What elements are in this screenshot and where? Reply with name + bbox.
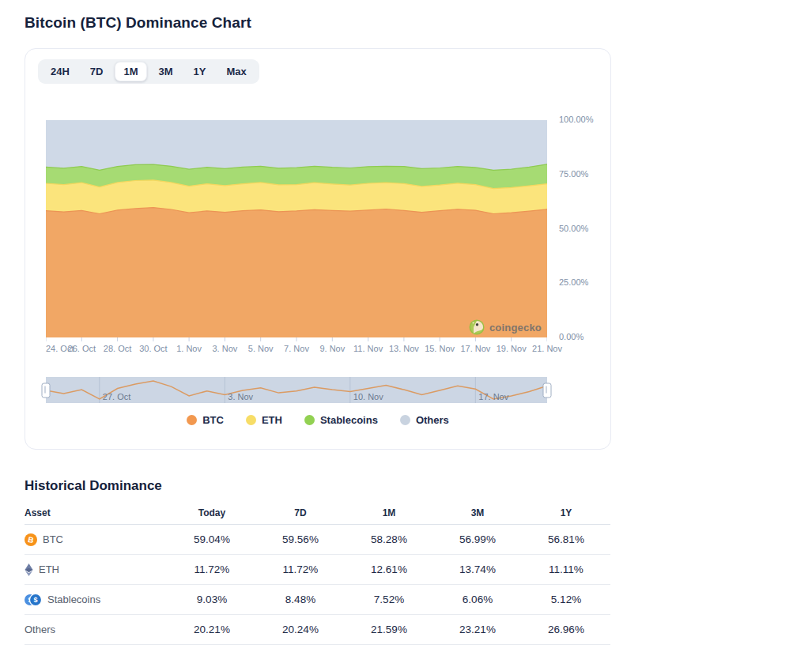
range-button-3m[interactable]: 3M xyxy=(150,62,182,81)
legend-dot-stablecoins xyxy=(304,415,315,425)
time-range-selector: 24H7D1M3M1YMax xyxy=(38,59,259,84)
column-header-7d: 7D xyxy=(256,507,345,518)
dominance-value: 23.21% xyxy=(433,624,522,635)
x-axis-label: 13. Nov xyxy=(389,344,419,353)
svg-text:$: $ xyxy=(33,596,37,604)
dominance-value: 20.21% xyxy=(168,624,256,635)
range-button-1y[interactable]: 1Y xyxy=(185,62,215,81)
dominance-value: 56.99% xyxy=(433,533,522,545)
asset-cell: $ $ Stablecoins xyxy=(25,594,168,606)
coingecko-gecko-icon xyxy=(469,319,485,335)
dominance-value: 9.03% xyxy=(168,594,256,605)
legend-item-btc[interactable]: BTC xyxy=(187,414,224,426)
y-axis-label: 25.00% xyxy=(559,277,588,287)
x-axis-label: 15. Nov xyxy=(425,344,455,353)
asset-label: Others xyxy=(25,624,55,635)
legend-label: BTC xyxy=(202,414,224,426)
asset-label: BTC xyxy=(43,533,63,545)
chart-navigator[interactable]: 27. Oct3. Nov10. Nov17. Nov xyxy=(46,377,547,403)
dominance-value: 11.72% xyxy=(168,563,256,575)
x-axis-label: 7. Nov xyxy=(284,344,309,353)
historical-dominance-heading: Historical Dominance xyxy=(25,478,611,494)
asset-label: Stablecoins xyxy=(47,594,100,605)
x-axis-label: 1. Nov xyxy=(176,344,202,353)
y-axis-label: 0.00% xyxy=(559,332,584,341)
dominance-value: 6.06% xyxy=(433,594,522,605)
x-axis-label: 19. Nov xyxy=(497,344,527,353)
btc-icon: B xyxy=(25,533,37,546)
table-row-others: Others20.21%20.24%21.59%23.21%26.96% xyxy=(25,615,610,645)
table-row-btc: B BTC59.04%59.56%58.28%56.99%56.81% xyxy=(25,525,610,555)
dominance-value: 20.24% xyxy=(256,624,345,635)
dominance-value: 8.48% xyxy=(256,594,345,605)
dominance-value: 5.12% xyxy=(522,594,610,605)
column-header-3m: 3M xyxy=(433,507,522,518)
eth-icon xyxy=(25,563,33,576)
column-header-1m: 1M xyxy=(345,507,433,518)
x-axis-label: 17. Nov xyxy=(460,344,490,353)
asset-cell: ETH xyxy=(25,563,168,576)
dominance-value: 12.61% xyxy=(345,563,433,575)
legend-label: ETH xyxy=(262,414,282,426)
x-axis-label: 21. Nov xyxy=(532,344,562,353)
range-button-7d[interactable]: 7D xyxy=(81,62,112,81)
x-axis: 24. Oct26. Oct28. Oct30. Oct1. Nov3. Nov… xyxy=(46,344,547,355)
btc-area xyxy=(46,208,547,337)
navigator-date-label: 27. Oct xyxy=(103,392,130,401)
legend-dot-eth xyxy=(246,415,256,425)
legend-item-others[interactable]: Others xyxy=(400,414,449,426)
dominance-value: 11.72% xyxy=(256,563,345,575)
range-button-24h[interactable]: 24H xyxy=(42,62,78,81)
table-row-stablecoins: $ $ Stablecoins9.03%8.48%7.52%6.06%5.12% xyxy=(25,585,610,615)
column-header-today: Today xyxy=(168,507,256,518)
stacked-area-chart[interactable] xyxy=(46,120,547,342)
asset-label: ETH xyxy=(39,563,59,575)
legend-dot-btc xyxy=(187,415,197,425)
navigator-date-label: 10. Nov xyxy=(353,392,383,401)
navigator-date-label: 3. Nov xyxy=(228,392,253,401)
x-axis-label: 5. Nov xyxy=(248,344,274,353)
watermark-label: coingecko xyxy=(489,322,542,334)
y-axis-label: 75.00% xyxy=(559,169,588,179)
navigator-right-handle[interactable] xyxy=(543,383,552,398)
dominance-chart-card: 24H7D1M3M1YMax coingecko 100.00%75.00%50… xyxy=(25,48,611,450)
y-axis: 100.00%75.00%50.00%25.00%0.00% xyxy=(555,120,604,342)
dominance-value: 59.56% xyxy=(256,533,345,545)
legend-item-eth[interactable]: ETH xyxy=(246,414,282,426)
dominance-chart[interactable]: coingecko xyxy=(46,120,547,342)
column-header-1y: 1Y xyxy=(522,507,610,518)
legend-label: Others xyxy=(416,414,449,426)
table-header-row: AssetToday7D1M3M1Y xyxy=(25,502,610,525)
x-axis-label: 9. Nov xyxy=(319,344,345,353)
chart-legend: BTCETHStablecoinsOthers xyxy=(25,414,610,426)
x-axis-label: 26. Oct xyxy=(68,344,96,353)
y-axis-label: 100.00% xyxy=(559,115,593,124)
legend-item-stablecoins[interactable]: Stablecoins xyxy=(304,414,378,426)
navigator-left-handle[interactable] xyxy=(42,383,51,398)
dominance-value: 26.96% xyxy=(522,624,610,635)
dominance-value: 21.59% xyxy=(345,624,433,635)
dominance-value: 59.04% xyxy=(168,533,256,545)
x-axis-label: 28. Oct xyxy=(104,344,131,353)
x-axis-label: 11. Nov xyxy=(353,344,383,353)
asset-cell: Others xyxy=(25,624,168,635)
navigator-date-label: 17. Nov xyxy=(478,392,508,401)
asset-cell: B BTC xyxy=(25,533,168,546)
historical-dominance-table: AssetToday7D1M3M1Y B BTC59.04%59.56%58.2… xyxy=(25,502,610,645)
page-title: Bitcoin (BTC) Dominance Chart xyxy=(25,14,611,32)
x-axis-label: 30. Oct xyxy=(139,344,167,353)
range-button-1m[interactable]: 1M xyxy=(115,62,146,81)
column-header-asset: Asset xyxy=(25,507,168,518)
x-axis-label: 3. Nov xyxy=(212,344,237,353)
range-button-max[interactable]: Max xyxy=(218,62,255,81)
main-content: Bitcoin (BTC) Dominance Chart 24H7D1M3M1… xyxy=(25,0,611,645)
table-body: B BTC59.04%59.56%58.28%56.99%56.81% ETH1… xyxy=(25,525,610,645)
table-row-eth: ETH11.72%11.72%12.61%13.74%11.11% xyxy=(25,555,610,585)
watermark: coingecko xyxy=(469,319,542,335)
y-axis-label: 50.00% xyxy=(559,224,588,233)
dominance-value: 56.81% xyxy=(522,533,610,545)
legend-dot-others xyxy=(400,415,410,425)
dominance-value: 7.52% xyxy=(345,594,433,605)
dominance-value: 13.74% xyxy=(433,563,522,575)
dominance-value: 58.28% xyxy=(345,533,433,545)
